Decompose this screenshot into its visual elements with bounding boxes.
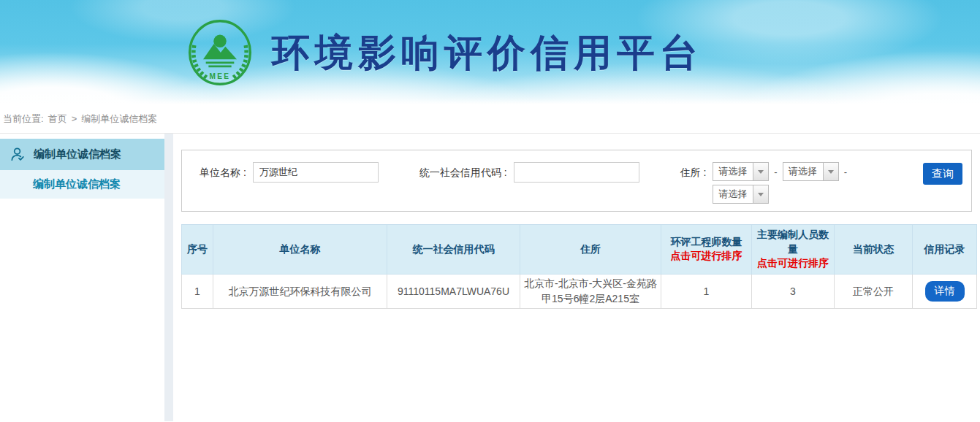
breadcrumb-current: 编制单位诚信档案 <box>81 112 157 126</box>
engineer-count-link[interactable]: 1 <box>661 274 752 308</box>
sidebar-subitem-label: 编制单位诚信档案 <box>33 177 121 191</box>
breadcrumb-separator: > <box>72 113 77 124</box>
dash-separator: - <box>844 166 847 177</box>
search-form: 单位名称 : 统一社会信用代码 : 住所 : 请选择 <box>181 150 972 212</box>
query-button[interactable]: 查询 <box>923 163 962 185</box>
col-header-staff-count-sortable[interactable]: 主要编制人员数量点击可进行排序 <box>752 225 835 275</box>
credit-code-label: 统一社会信用代码 : <box>419 162 507 183</box>
chevron-down-icon[interactable] <box>753 185 768 203</box>
main-panel: 单位名称 : 统一社会信用代码 : 住所 : 请选择 <box>173 134 980 421</box>
col-header-address: 住所 <box>520 225 661 275</box>
credit-code-field-group: 统一社会信用代码 : <box>419 162 639 183</box>
dash-separator: - <box>774 166 777 177</box>
sidebar-subitem-unit-credit-archive[interactable]: 编制单位诚信档案 <box>0 170 164 199</box>
col-header-credit-record: 信用记录 <box>913 225 977 275</box>
page-title: 环境影响评价信用平台 <box>272 34 703 72</box>
chevron-down-icon[interactable] <box>823 163 838 180</box>
address-label: 住所 : <box>680 162 707 183</box>
detail-button[interactable]: 详情 <box>925 281 965 302</box>
unit-name-field-group: 单位名称 : <box>200 162 379 183</box>
district-select[interactable]: 请选择 <box>713 185 769 204</box>
col-header-credit-code: 统一社会信用代码 <box>387 225 520 275</box>
col-header-status: 当前状态 <box>835 225 913 275</box>
address-field-group: 住所 : 请选择 - 请选择 - <box>680 162 852 207</box>
sidebar: 编制单位诚信档案 编制单位诚信档案 <box>0 134 164 421</box>
table-header-row: 序号 单位名称 统一社会信用代码 住所 环评工程师数量点击可进行排序 <box>182 225 977 275</box>
col-header-unit-name: 单位名称 <box>213 225 387 275</box>
table-row: 1 北京万源世纪环保科技有限公司 91110115MA7LWUA76U 北京市-… <box>182 274 977 308</box>
province-select-value: 请选择 <box>713 163 753 180</box>
province-select[interactable]: 请选择 <box>713 162 769 181</box>
mee-logo-icon: MEE <box>181 19 259 86</box>
unit-name-link[interactable]: 北京万源世纪环保科技有限公司 <box>213 274 387 308</box>
credit-code-input[interactable] <box>514 162 639 183</box>
breadcrumb-location-label: 当前位置: <box>3 112 44 126</box>
brand: MEE 环境影响评价信用平台 <box>181 19 703 86</box>
district-select-value: 请选择 <box>713 185 753 203</box>
breadcrumb: 当前位置: 首页 > 编制单位诚信档案 <box>0 104 980 134</box>
city-select-value: 请选择 <box>783 163 823 180</box>
credit-record-cell: 详情 <box>913 274 977 308</box>
chevron-down-icon[interactable] <box>753 163 768 180</box>
region-selects: 请选择 - 请选择 - 请选择 <box>713 162 852 207</box>
col-header-engineer-count-sortable[interactable]: 环评工程师数量点击可进行排序 <box>661 225 752 275</box>
unit-name-input[interactable] <box>253 162 379 183</box>
user-check-icon <box>10 146 26 163</box>
sidebar-divider <box>164 134 173 421</box>
results-table: 序号 单位名称 统一社会信用代码 住所 环评工程师数量点击可进行排序 <box>181 224 977 309</box>
sidebar-item-unit-credit-archive[interactable]: 编制单位诚信档案 <box>0 139 164 170</box>
col-header-index: 序号 <box>182 225 213 275</box>
city-select[interactable]: 请选择 <box>783 162 839 181</box>
status-value: 正常公开 <box>835 274 913 308</box>
mee-logo-text: MEE <box>210 72 231 80</box>
sort-hint: 点击可进行排序 <box>753 256 832 271</box>
breadcrumb-home-link[interactable]: 首页 <box>48 112 67 126</box>
row-index: 1 <box>182 274 213 308</box>
site-header: MEE 环境影响评价信用平台 <box>0 0 980 104</box>
staff-count-link[interactable]: 3 <box>752 274 835 308</box>
unit-name-label: 单位名称 : <box>200 162 246 183</box>
sort-hint: 点击可进行排序 <box>663 249 750 264</box>
address-value: 北京市-北京市-大兴区-金苑路甲15号6幢2层A215室 <box>520 274 661 308</box>
content-area: 编制单位诚信档案 编制单位诚信档案 单位名称 : 统一社会信用代码 : 住所 : <box>0 134 980 421</box>
credit-code-value: 91110115MA7LWUA76U <box>387 274 520 308</box>
sidebar-item-label: 编制单位诚信档案 <box>34 147 121 161</box>
